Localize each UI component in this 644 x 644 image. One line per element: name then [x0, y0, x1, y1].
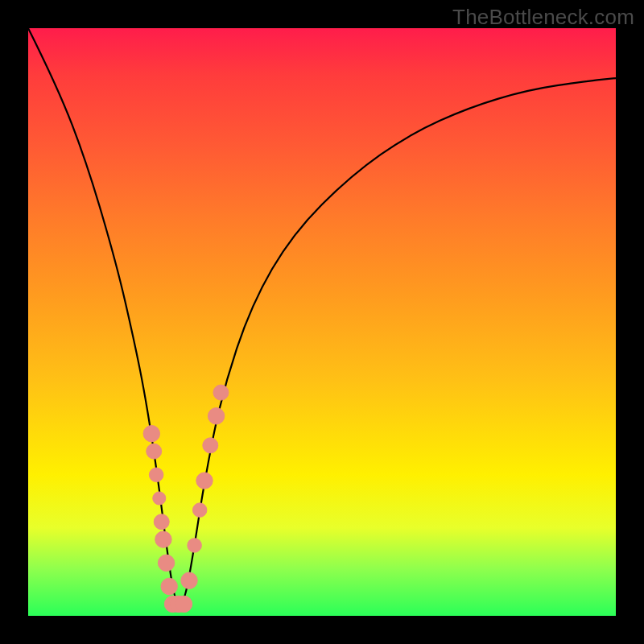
data-marker — [154, 514, 169, 530]
data-marker — [213, 385, 229, 400]
data-marker — [155, 531, 171, 547]
data-marker — [196, 473, 213, 489]
marker-layer — [143, 385, 229, 613]
data-marker — [203, 438, 218, 453]
data-marker — [147, 444, 162, 459]
data-marker — [192, 503, 207, 518]
data-marker — [143, 425, 159, 441]
bottleneck-curve — [28, 28, 616, 604]
data-marker — [208, 408, 224, 424]
data-marker — [175, 596, 192, 612]
chart-frame: TheBottleneck.com — [0, 0, 644, 644]
data-marker — [188, 539, 202, 553]
data-marker — [149, 468, 163, 482]
data-marker — [153, 492, 166, 505]
watermark-text: TheBottleneck.com — [452, 5, 634, 30]
curve-svg — [28, 28, 616, 616]
plot-area — [28, 28, 616, 616]
data-marker — [158, 555, 174, 571]
data-marker — [161, 578, 177, 594]
data-marker — [181, 572, 197, 588]
